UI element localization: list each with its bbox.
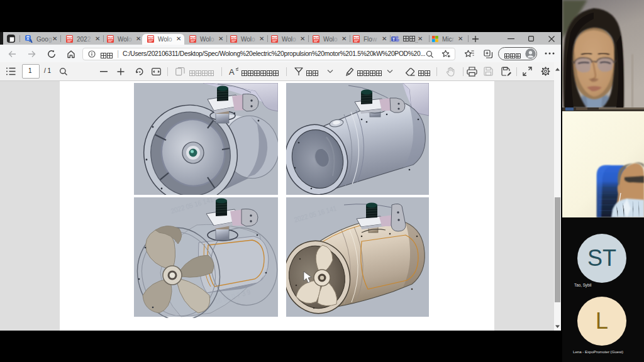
svg-text:PDF: PDF bbox=[67, 36, 72, 40]
svg-text:PDF: PDF bbox=[148, 36, 153, 40]
svg-text:PDF: PDF bbox=[108, 36, 113, 40]
svg-text:T: T bbox=[392, 37, 395, 41]
svg-text:PDF: PDF bbox=[272, 36, 277, 40]
svg-text:PDF: PDF bbox=[231, 36, 236, 40]
svg-text:PDF: PDF bbox=[190, 36, 196, 40]
svg-text:PDF: PDF bbox=[353, 36, 359, 40]
svg-text:A: A bbox=[229, 67, 235, 76]
svg-text:PDF: PDF bbox=[313, 36, 319, 40]
